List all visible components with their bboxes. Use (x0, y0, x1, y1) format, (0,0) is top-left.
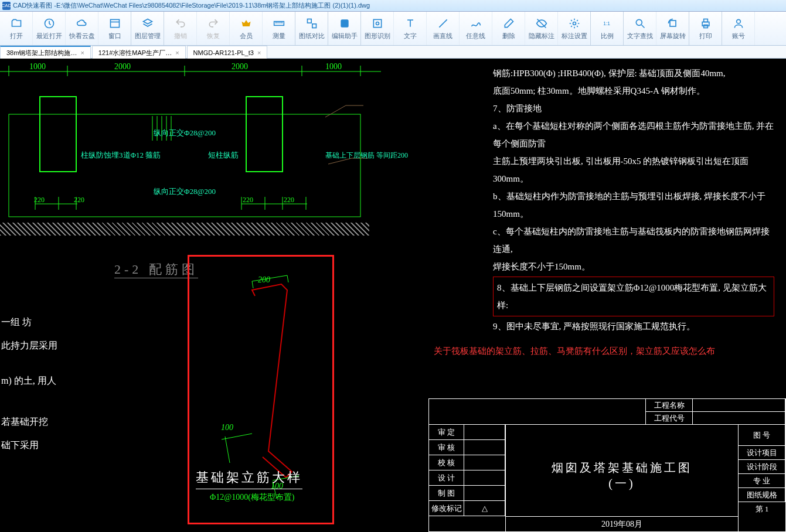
svg-line-15 (439, 19, 447, 27)
tool-dimset[interactable]: 标注设置 (558, 12, 591, 45)
tool-compare[interactable]: 图纸对比 (295, 12, 328, 45)
svg-rect-11 (373, 19, 381, 27)
main-toolbar: 打开最近打开快看云盘窗口图层管理撤销恢复会员测量图纸对比编辑助手图形识别文字画直… (0, 12, 786, 46)
dim-100a: 100 (221, 423, 233, 432)
ground-hatch (0, 223, 369, 236)
tool-layers[interactable]: 图层管理 (131, 12, 164, 45)
tool-hidemark[interactable]: 隐藏标注 (525, 12, 558, 45)
undo-icon (174, 17, 187, 30)
tool-line[interactable]: 画直线 (427, 12, 460, 45)
tool-polyline[interactable]: 任意线 (460, 12, 492, 45)
layers-icon (141, 17, 154, 30)
close-icon[interactable]: × (257, 47, 261, 59)
tool-helper[interactable]: 编辑助手 (328, 12, 361, 45)
note-7a2: 主筋上预埋两块引出板, 引出板用-50x5 的热镀锌钢板引出短在顶面300mm。 (493, 152, 774, 187)
document-tabs: 38m钢塔架上部结构施…×121#水溶性MAP生产厂…×NMGD-AR121-P… (0, 46, 786, 59)
svg-line-57 (225, 436, 230, 463)
tool-rotate[interactable]: 屏幕旋转 (656, 12, 689, 45)
window-title-path: E:\微信\WeChat\WeChat Files\z980854082\Fil… (56, 1, 370, 10)
note-7a: a、在每个基础短柱对称的两个侧面各选四根主筋作为防雷接地主筋, 并在每个侧面防雷 (493, 117, 774, 152)
svg-text:1:1: 1:1 (603, 21, 610, 26)
tool-account[interactable]: 账号 (722, 12, 755, 45)
ocr-icon (371, 17, 384, 30)
tab-1[interactable]: 121#水溶性MAP生产厂…× (92, 46, 186, 59)
svg-point-25 (736, 19, 740, 23)
dim-200: 200 (258, 275, 270, 285)
svg-rect-3 (274, 21, 284, 25)
tool-cloud[interactable]: 快看云盘 (66, 12, 98, 45)
detail-title: 基础架立筋大样 (196, 469, 302, 489)
tool-recent[interactable]: 最近打开 (33, 12, 66, 45)
tool-text[interactable]: 文字 (394, 12, 427, 45)
dim-1000-2: 1000 (325, 62, 342, 71)
dimset-icon (568, 17, 581, 30)
tb-zy: 专 业 (739, 474, 785, 487)
tb-zt: 制 图 (429, 486, 464, 500)
tool-ocr[interactable]: 图形识别 (361, 12, 394, 45)
tb-drawing-title: 烟囱及塔架基础施工图 (一) (505, 432, 739, 520)
print-icon (699, 17, 712, 30)
label-rebar-c: 短柱纵筋 (208, 150, 239, 161)
close-icon[interactable]: × (175, 47, 179, 59)
text-icon (404, 17, 417, 30)
note-7c: c、每个基础短柱内的防雷接地主筋与基础筏板内的防雷接地钢筋网焊接连通, (493, 223, 774, 258)
section-title: 2-2 配筋图 (114, 261, 198, 278)
tool-print[interactable]: 打印 (689, 12, 722, 45)
note-7c2: 焊接长度不小于150mm。 (493, 258, 774, 275)
svg-rect-8 (307, 19, 311, 23)
open-icon (10, 17, 23, 30)
label-rebar-b: 柱纵防蚀埋3道Φ12 箍筋 (81, 150, 161, 161)
close-icon[interactable]: × (80, 47, 84, 59)
svg-point-12 (376, 22, 379, 25)
dim-220-1: 220 (34, 196, 45, 204)
tb-tzgg: 图纸规格 (739, 488, 785, 502)
recent-icon (43, 17, 56, 30)
hidemark-icon (535, 17, 548, 30)
tb-gcmc-label: 工程名称 (646, 399, 693, 411)
rotate-icon (666, 17, 679, 30)
title-bar: CAD CAD快速看图 - E:\微信\WeChat\WeChat Files\… (0, 0, 786, 12)
svg-rect-23 (703, 19, 707, 22)
tool-find[interactable]: 文字查找 (624, 12, 656, 45)
svg-line-56 (287, 275, 288, 282)
tab-2[interactable]: NMGD-AR121-PL_t3× (187, 46, 268, 59)
note-7b: b、基础短柱内作为防雷接地的主筋与预埋引出板焊接, 焊接长度不小于150mm。 (493, 187, 774, 223)
dim-220-3: 220 (243, 196, 253, 204)
tab-0[interactable]: 38m钢塔架上部结构施…× (0, 46, 91, 59)
scale-icon: 1:1 (601, 17, 614, 30)
note-6b: 底面50mm; 柱30mm。地脚螺栓采用Q345-A 钢材制作。 (493, 82, 774, 100)
polyline-icon (469, 17, 482, 30)
cloud-icon (76, 17, 89, 30)
dim-220-4: 220 (284, 196, 294, 204)
tool-measure[interactable]: 测量 (263, 12, 295, 45)
compare-icon (305, 17, 318, 30)
detail-subtitle: Φ12@1000(梅花型布置) (210, 492, 294, 503)
tool-undo[interactable]: 撤销 (164, 12, 197, 45)
tb-xgbj: 修改标记 (429, 501, 464, 516)
svg-rect-34 (246, 97, 283, 172)
measure-icon (273, 17, 285, 30)
tb-date: 2019年08月 (505, 516, 739, 531)
note-8-highlighted: 8、基础上下层钢筋之间设置架立筋Φ12@1000梅花型布置, 见架立筋大样: (493, 277, 774, 316)
tool-redo[interactable]: 恢复 (197, 12, 230, 45)
note-9: 9、图中未尽事宜, 严格按照现行国家施工规范执行。 (493, 318, 774, 335)
svg-line-50 (325, 105, 346, 117)
title-block: 工程名称 工程代号 审 定 审 核 校 核 设 计 制 图 修改标记△ 图 号 … (428, 398, 786, 532)
note-7: 7、防雷接地 (493, 100, 774, 117)
find-icon (634, 17, 647, 30)
tb-sh: 审 核 (429, 440, 464, 455)
vip-icon (240, 17, 253, 30)
tool-window[interactable]: 窗口 (98, 12, 131, 45)
tb-sjxm: 设计项目 (739, 446, 785, 459)
svg-line-55 (252, 281, 253, 288)
tool-scale[interactable]: 1:1比例 (591, 12, 624, 45)
tool-open[interactable]: 打开 (0, 12, 33, 45)
svg-rect-9 (312, 23, 316, 28)
tool-erase[interactable]: 删除 (492, 12, 525, 45)
line-icon (437, 17, 450, 30)
svg-point-17 (573, 22, 576, 25)
tool-vip[interactable]: 会员 (230, 12, 263, 45)
dim-2000-2: 2000 (232, 62, 248, 71)
svg-rect-21 (670, 21, 676, 26)
drawing-canvas[interactable]: 1000 2000 2000 1000 220 220 220 220 纵向正交… (0, 59, 786, 532)
